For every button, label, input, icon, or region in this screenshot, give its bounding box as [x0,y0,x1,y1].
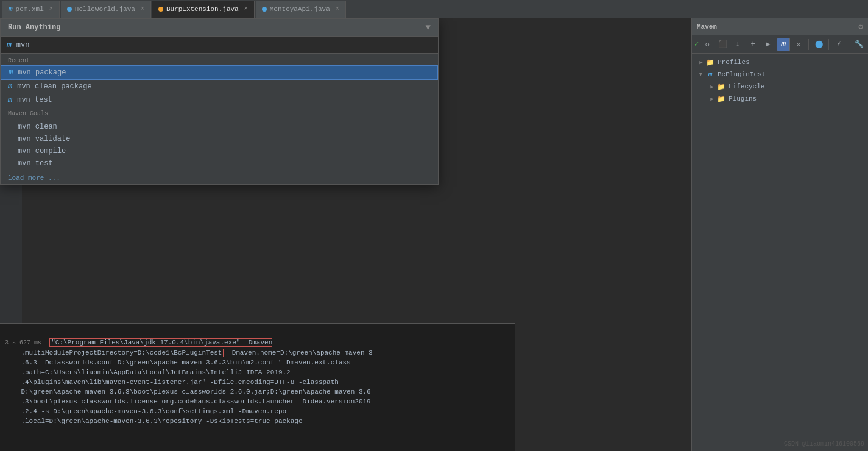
maven-tree: ▶ 📁 Profiles ▶ m BcPluginTest ▶ 📁 Lifecy… [692,54,868,451]
profiles-arrow: ▶ [697,58,705,66]
main-layout: 1 2 3 4 5 6 7 8 /* * Copyright (c) 2022.… [0,18,868,451]
plugins-arrow: ▶ [708,94,716,103]
tree-item-profiles[interactable]: ▶ 📁 Profiles [692,56,868,68]
tab-helloworld[interactable]: HelloWorld.java × [61,1,151,18]
tree-item-lifecycle[interactable]: ▶ 📁 Lifecycle [692,80,868,93]
recent-item-label-3: mvn test [17,96,52,104]
toolbar-refresh-btn[interactable]: ↻ [700,38,714,51]
run-anything-popup: Run Anything ▼ m Recent m mvn package m … [0,18,439,185]
toolbar-close-btn[interactable]: ✕ [792,38,805,51]
load-more[interactable]: load more ... [1,172,438,184]
terminal-timestamp: 3 s 627 ms [5,339,41,346]
recent-section-label: Recent [1,54,438,65]
tab-montoyaapi-label: MontoyaApi.java [270,5,330,13]
lifecycle-folder-icon: 📁 [716,82,726,91]
toolbar-sync-btn[interactable]: ⬤ [812,38,825,51]
tab-pom-icon: m [9,5,13,13]
toolbar-sep-2 [828,39,829,50]
tab-montoyaapi[interactable]: MontoyaApi.java × [256,1,346,18]
goal-item-validate[interactable]: mvn validate [1,133,438,145]
toolbar-m-btn[interactable]: m [777,38,790,51]
tab-montoyaapi-dot [262,7,267,12]
tab-burpextension-label: BurpExtension.java [166,5,239,13]
bcplugintest-label: BcPluginTest [718,71,766,78]
tab-burpextension-dot [158,7,163,12]
tab-pom-label: pom.xml [16,5,44,13]
bcplugintest-icon: m [705,69,715,79]
run-anything-input-row: m [1,37,438,54]
lifecycle-label: Lifecycle [729,83,764,90]
recent-item-mvn-test[interactable]: m mvn test [1,93,438,107]
tab-burpextension-close[interactable]: × [244,5,248,12]
tab-montoyaapi-close[interactable]: × [336,5,339,12]
recent-item-label-1: mvn package [18,68,66,77]
run-anything-header: Run Anything ▼ [1,19,438,37]
tree-item-plugins[interactable]: ▶ 📁 Plugins [692,93,868,105]
goal-item-compile[interactable]: mvn compile [1,145,438,157]
tree-item-bcplugintest[interactable]: ▶ m BcPluginTest [692,68,868,80]
toolbar-sep-1 [808,39,809,50]
toolbar-config-btn[interactable]: ⚡ [832,38,845,51]
tab-list: m pom.xml × HelloWorld.java × BurpExtens… [2,1,346,18]
maven-header: Maven ⚙ [692,18,868,35]
maven-pane: Maven ⚙ ✓ ↻ ⬛ ↓ + ▶ m ✕ ⬤ ⚡ 🔧 ▶ 📁 Pr [691,18,868,451]
toolbar-wrench-btn[interactable]: 🔧 [852,38,866,51]
tab-burpextension[interactable]: BurpExtension.java × [152,1,255,18]
profiles-label: Profiles [718,59,750,66]
checkmark-icon: ✓ [694,40,699,49]
lifecycle-arrow: ▶ [708,82,716,91]
profiles-folder-icon: 📁 [705,57,715,67]
terminal-content: 3 s 627 ms "C:\Program Files\Java\jdk-17… [0,324,515,430]
tab-pom[interactable]: m pom.xml × [2,1,60,18]
toolbar-download-btn[interactable]: ↓ [731,38,744,51]
recent-item-mvn-package[interactable]: m mvn package [1,65,438,80]
maven-title: Maven [697,23,717,30]
run-anything-m-icon: m [7,40,12,49]
goal-item-clean[interactable]: mvn clean [1,121,438,133]
maven-goals-section-label: Maven Goals [1,107,438,118]
toolbar-sep-3 [849,39,849,50]
run-anything-title: Run Anything [8,23,60,32]
toolbar-add-btn[interactable]: + [746,38,760,51]
maven-settings-icon[interactable]: ⚙ [858,22,863,32]
recent-m-icon-1: m [9,68,13,77]
maven-toolbar-row: ✓ ↻ ⬛ ↓ + ▶ m ✕ ⬤ ⚡ 🔧 [692,35,868,54]
toolbar-run-btn[interactable]: ▶ [761,38,775,51]
watermark: CSDN @liaomin416100569 [780,439,868,449]
recent-item-mvn-clean-package[interactable]: m mvn clean package [1,80,438,93]
editor-pane: 1 2 3 4 5 6 7 8 /* * Copyright (c) 2022.… [0,18,691,451]
tab-helloworld-close[interactable]: × [141,5,144,12]
filter-icon[interactable]: ▼ [426,23,431,32]
plugins-folder-icon: 📁 [716,94,726,104]
recent-item-label-2: mvn clean package [17,82,91,91]
maven-goals-section: mvn clean mvn validate mvn compile mvn t… [1,118,438,172]
bcplugintest-arrow: ▶ [697,70,705,79]
run-anything-input[interactable] [16,41,432,49]
tab-bar: m pom.xml × HelloWorld.java × BurpExtens… [0,0,868,18]
toolbar-download-sources-btn[interactable]: ⬛ [716,38,729,51]
tab-helloworld-label: HelloWorld.java [75,5,135,13]
terminal-panel[interactable]: 3 s 627 ms "C:\Program Files\Java\jdk-17… [0,323,515,451]
tab-helloworld-dot [67,7,72,12]
recent-m-icon-2: m [8,82,12,91]
goal-item-test[interactable]: mvn test [1,157,438,169]
plugins-label: Plugins [729,95,757,102]
tab-pom-close[interactable]: × [49,5,53,12]
recent-m-icon-3: m [8,96,12,104]
